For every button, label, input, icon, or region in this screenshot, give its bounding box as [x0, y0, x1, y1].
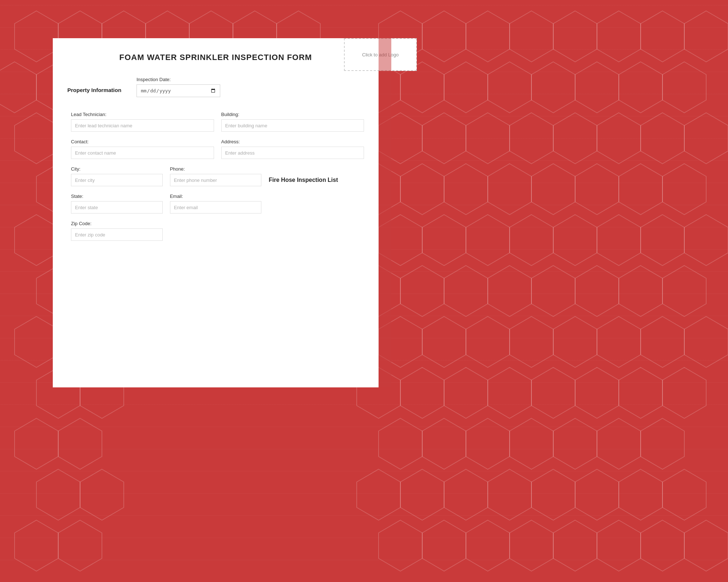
lead-technician-input[interactable]: [71, 119, 214, 132]
svg-marker-93: [466, 418, 510, 469]
svg-marker-84: [488, 367, 531, 418]
lead-technician-label: Lead Technician:: [71, 112, 214, 117]
building-label: Building:: [221, 112, 364, 117]
section-content-property: Inspection Date:: [136, 77, 364, 104]
svg-marker-90: [58, 418, 102, 469]
svg-marker-38: [641, 113, 684, 164]
svg-marker-105: [575, 469, 619, 520]
col-lead-technician: Lead Technician:: [71, 112, 214, 132]
svg-marker-0: [15, 11, 58, 62]
svg-marker-12: [597, 11, 641, 62]
svg-marker-102: [444, 469, 488, 520]
city-input[interactable]: [71, 174, 163, 186]
svg-marker-92: [422, 418, 466, 469]
svg-marker-85: [531, 367, 575, 418]
svg-marker-58: [684, 215, 728, 266]
svg-marker-29: [662, 62, 706, 113]
svg-marker-64: [488, 266, 531, 316]
svg-marker-78: [684, 316, 728, 367]
address-input[interactable]: [221, 147, 364, 159]
side-accent-panel: [379, 38, 391, 387]
svg-marker-109: [58, 520, 102, 571]
svg-marker-8: [422, 11, 466, 62]
zip-code-label: Zip Code:: [71, 221, 163, 226]
state-input[interactable]: [71, 201, 163, 214]
svg-marker-77: [641, 316, 684, 367]
col-empty-2: [170, 221, 262, 241]
svg-marker-75: [553, 316, 597, 367]
svg-marker-14: [684, 11, 728, 62]
svg-marker-76: [597, 316, 641, 367]
svg-marker-89: [15, 418, 58, 469]
svg-marker-96: [597, 418, 641, 469]
col-address: Address:: [221, 139, 364, 159]
svg-marker-100: [357, 469, 400, 520]
svg-marker-117: [684, 520, 728, 571]
svg-marker-67: [619, 266, 662, 316]
inspection-date-group: Inspection Date:: [136, 77, 364, 97]
svg-marker-9: [466, 11, 510, 62]
contact-input[interactable]: [71, 147, 214, 159]
inspection-date-input[interactable]: [136, 84, 220, 97]
svg-marker-30: [15, 113, 58, 164]
svg-marker-13: [641, 11, 684, 62]
svg-marker-103: [488, 469, 531, 520]
svg-marker-114: [553, 520, 597, 571]
svg-marker-56: [597, 215, 641, 266]
property-info-section: Property Information Inspection Date:: [67, 77, 364, 104]
svg-marker-52: [422, 215, 466, 266]
row-contact-address: Contact: Address:: [71, 139, 364, 159]
email-input[interactable]: [170, 201, 262, 214]
svg-marker-101: [400, 469, 444, 520]
svg-marker-106: [619, 469, 662, 520]
svg-marker-36: [553, 113, 597, 164]
svg-marker-34: [466, 113, 510, 164]
svg-marker-111: [422, 520, 466, 571]
svg-marker-46: [575, 164, 619, 215]
svg-marker-98: [36, 469, 80, 520]
svg-marker-72: [422, 316, 466, 367]
svg-marker-87: [619, 367, 662, 418]
svg-marker-24: [444, 62, 488, 113]
svg-marker-44: [488, 164, 531, 215]
col-empty-1: [269, 194, 360, 214]
svg-marker-45: [531, 164, 575, 215]
svg-marker-55: [553, 215, 597, 266]
form-panel: FOAM WATER SPRINKLER INSPECTION FORM Pro…: [53, 38, 379, 387]
svg-marker-110: [379, 520, 422, 571]
svg-marker-26: [531, 62, 575, 113]
svg-marker-35: [510, 113, 553, 164]
svg-marker-42: [400, 164, 444, 215]
row-technician-building: Lead Technician: Building:: [71, 112, 364, 132]
svg-marker-65: [531, 266, 575, 316]
svg-marker-49: [15, 215, 58, 266]
zip-code-input[interactable]: [71, 228, 163, 241]
svg-marker-94: [510, 418, 553, 469]
col-empty-3: [269, 221, 360, 241]
state-label: State:: [71, 194, 163, 199]
svg-marker-99: [80, 469, 124, 520]
svg-marker-15: [0, 62, 36, 113]
col-email: Email:: [170, 194, 262, 214]
building-input[interactable]: [221, 119, 364, 132]
svg-marker-112: [466, 520, 510, 571]
svg-marker-115: [597, 520, 641, 571]
col-contact: Contact:: [71, 139, 214, 159]
form-title: FOAM WATER SPRINKLER INSPECTION FORM: [67, 49, 364, 62]
phone-label: Phone:: [170, 166, 262, 172]
svg-marker-97: [641, 418, 684, 469]
svg-marker-74: [510, 316, 553, 367]
svg-marker-91: [379, 418, 422, 469]
phone-input[interactable]: [170, 174, 262, 186]
svg-marker-57: [641, 215, 684, 266]
svg-marker-33: [422, 113, 466, 164]
svg-marker-73: [466, 316, 510, 367]
svg-marker-108: [15, 520, 58, 571]
email-label: Email:: [170, 194, 262, 199]
fire-hose-inspection-label: Fire Hose Inspection List: [269, 177, 338, 183]
svg-marker-113: [510, 520, 553, 571]
row-state-email: State: Email:: [71, 194, 364, 214]
svg-marker-27: [575, 62, 619, 113]
svg-marker-62: [400, 266, 444, 316]
svg-marker-43: [444, 164, 488, 215]
